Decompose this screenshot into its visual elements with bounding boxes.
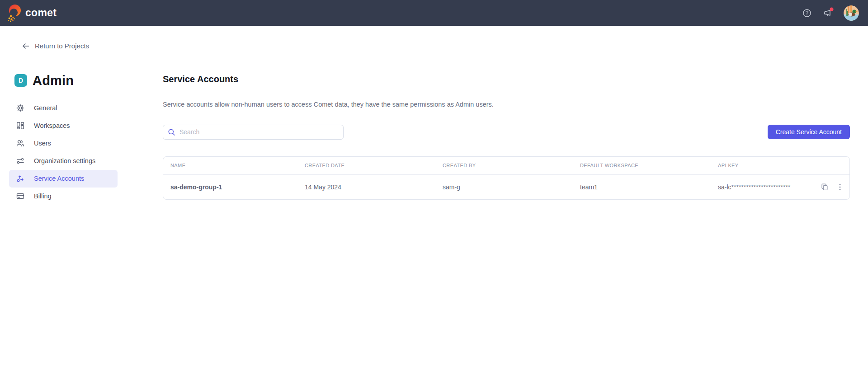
credit-card-icon: [16, 192, 24, 200]
sidebar-item-users[interactable]: Users: [9, 135, 118, 152]
admin-sidebar: D Admin General: [0, 52, 163, 205]
main-content: Service Accounts Service accounts allow …: [163, 52, 850, 200]
sliders-icon: [16, 157, 24, 165]
sidebar-item-workspaces[interactable]: Workspaces: [9, 117, 118, 135]
admin-title: Admin: [33, 73, 74, 88]
user-avatar[interactable]: [844, 5, 859, 21]
cell-api-key: sa-lc************************: [711, 183, 849, 191]
help-icon[interactable]: [802, 8, 812, 18]
admin-menu: General Workspaces: [9, 99, 118, 205]
arrow-left-icon: [22, 42, 29, 50]
column-header-api-key: API KEY: [711, 163, 849, 168]
create-service-account-button[interactable]: Create Service Account: [768, 125, 850, 139]
sidebar-item-label: Users: [34, 140, 51, 147]
sidebar-item-label: Organization settings: [34, 157, 95, 164]
announcements-megaphone-icon[interactable]: [823, 8, 833, 18]
gear-icon: [16, 104, 24, 112]
comet-logo-icon: [6, 3, 22, 23]
sidebar-item-label: Billing: [34, 192, 52, 200]
comet-logo-text: comet: [25, 7, 57, 19]
comet-logo[interactable]: comet: [6, 3, 57, 23]
users-icon: [16, 139, 24, 147]
sidebar-item-label: Service Accounts: [34, 175, 84, 182]
search-icon: [168, 128, 175, 136]
workspaces-icon: [16, 122, 24, 130]
column-header-name: NAME: [163, 163, 297, 168]
org-badge: D: [14, 74, 27, 87]
return-to-projects-link[interactable]: Return to Projects: [22, 42, 89, 50]
cell-default-workspace: team1: [573, 183, 711, 191]
sidebar-item-billing[interactable]: Billing: [9, 188, 118, 205]
search-input[interactable]: [163, 125, 344, 140]
sidebar-item-service-accounts[interactable]: Service Accounts: [9, 170, 118, 188]
table-header-row: NAME CREATED DATE CREATED BY DEFAULT WOR…: [163, 157, 849, 175]
controls-row: Create Service Account: [163, 125, 850, 140]
return-to-projects-label: Return to Projects: [35, 42, 89, 50]
cell-name: sa-demo-group-1: [163, 183, 297, 191]
service-accounts-table: NAME CREATED DATE CREATED BY DEFAULT WOR…: [163, 156, 850, 200]
kebab-menu-icon[interactable]: [836, 183, 844, 191]
table-row: sa-demo-group-1 14 May 2024 sam-g team1 …: [163, 175, 849, 199]
sidebar-item-organization-settings[interactable]: Organization settings: [9, 152, 118, 170]
sidebar-item-general[interactable]: General: [9, 99, 118, 117]
top-bar: comet: [0, 0, 868, 26]
page-description: Service accounts allow non-human users t…: [163, 100, 850, 108]
page-title: Service Accounts: [163, 73, 850, 85]
notification-dot: [830, 7, 834, 11]
search-box: [163, 125, 344, 140]
row-actions: [821, 183, 844, 191]
column-header-default-workspace: DEFAULT WORKSPACE: [573, 163, 711, 168]
cell-created-by: sam-g: [435, 183, 573, 191]
sidebar-item-label: Workspaces: [34, 122, 70, 129]
api-key-masked: sa-lc************************: [718, 183, 790, 191]
sidebar-item-label: General: [34, 104, 57, 112]
column-header-created-by: CREATED BY: [435, 163, 573, 168]
service-accounts-icon: [16, 174, 24, 183]
column-header-created-date: CREATED DATE: [297, 163, 435, 168]
topbar-actions: [802, 5, 859, 21]
copy-icon[interactable]: [821, 183, 829, 191]
admin-header: D Admin: [14, 73, 163, 88]
cell-created-date: 14 May 2024: [297, 183, 435, 191]
